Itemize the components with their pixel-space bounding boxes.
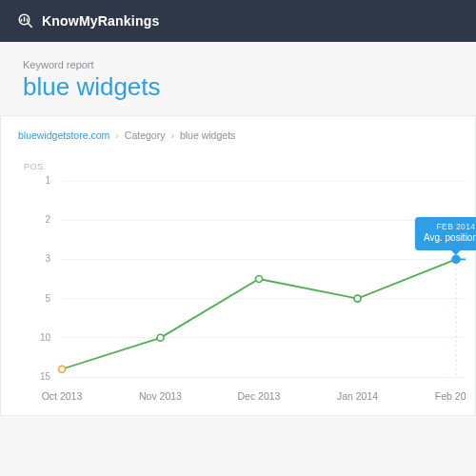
report-kicker: Keyword report (23, 59, 453, 70)
svg-line-1 (28, 23, 32, 28)
top-bar: KnowMyRankings (0, 0, 476, 42)
y-tick-label: 2 (45, 214, 50, 225)
magnifier-chart-icon (17, 12, 34, 30)
report-title: blue widgets (23, 72, 453, 102)
x-tick-label: Feb 2014 (435, 390, 466, 402)
x-tick-label: Oct 2013 (42, 390, 83, 402)
position-chart: POS. 12351015Oct 2013Nov 2013Dec 2013Jan… (18, 158, 458, 415)
data-point[interactable] (157, 334, 164, 341)
breadcrumb-keyword: blue widgets (180, 129, 235, 141)
x-tick-label: Dec 2013 (238, 390, 281, 402)
data-point[interactable] (256, 276, 263, 283)
y-tick-label: 5 (45, 293, 50, 304)
brand-name: KnowMyRankings (42, 13, 159, 29)
chevron-right-icon: › (170, 129, 174, 141)
breadcrumb-category: Category (125, 129, 166, 141)
brand: KnowMyRankings (17, 12, 159, 30)
chart-svg: 12351015Oct 2013Nov 2013Dec 2013Jan 2014… (18, 158, 466, 415)
breadcrumb-domain[interactable]: bluewidgetstore.com (18, 129, 109, 141)
y-axis-label: POS. (24, 162, 47, 171)
tooltip-month: FEB 2014 (424, 222, 476, 232)
chevron-right-icon: › (115, 129, 119, 141)
y-tick-label: 1 (45, 175, 50, 186)
tooltip-value: Avg. position: 3 (424, 232, 476, 243)
y-tick-label: 10 (40, 332, 51, 343)
report-header: Keyword report blue widgets (0, 42, 476, 115)
x-tick-label: Nov 2013 (139, 390, 182, 402)
report-card: bluewidgetstore.com › Category › blue wi… (0, 115, 476, 416)
breadcrumb: bluewidgetstore.com › Category › blue wi… (18, 129, 458, 158)
chart-tooltip: FEB 2014 Avg. position: 3 (415, 217, 476, 249)
y-tick-label: 15 (40, 371, 51, 382)
data-point[interactable] (59, 366, 66, 372)
y-tick-label: 3 (45, 253, 50, 264)
x-tick-label: Jan 2014 (337, 390, 378, 402)
data-point[interactable] (354, 295, 361, 302)
